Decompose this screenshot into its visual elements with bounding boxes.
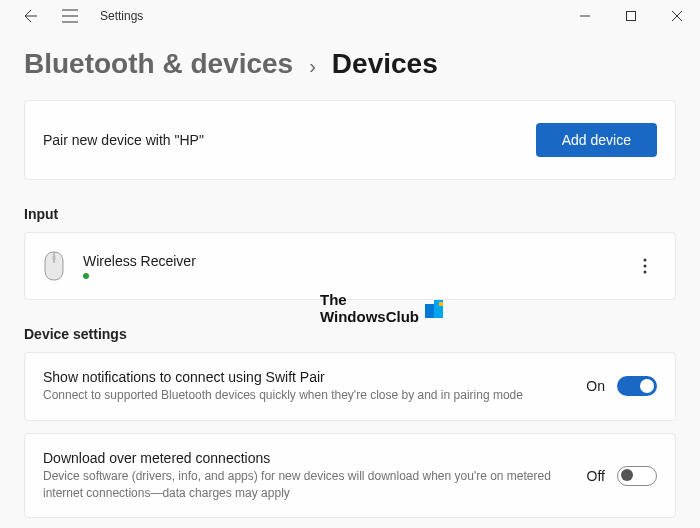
mouse-icon <box>43 251 65 281</box>
status-indicator <box>83 273 89 279</box>
toggle-group: Off <box>587 466 657 486</box>
setting-desc: Device software (drivers, info, and apps… <box>43 468 567 502</box>
toggle-group: On <box>586 376 657 396</box>
setting-text: Show notifications to connect using Swif… <box>43 369 586 404</box>
section-label-device-settings: Device settings <box>24 326 676 342</box>
hamburger-menu-icon[interactable] <box>60 6 80 26</box>
minimize-button[interactable] <box>562 0 608 32</box>
pair-device-text: Pair new device with "HP" <box>43 132 204 148</box>
breadcrumb: Bluetooth & devices › Devices <box>24 48 676 80</box>
window-controls <box>562 0 700 32</box>
app-title: Settings <box>100 9 143 23</box>
back-button[interactable] <box>20 6 40 26</box>
setting-text: Download over metered connections Device… <box>43 450 587 502</box>
maximize-button[interactable] <box>608 0 654 32</box>
svg-point-4 <box>644 271 647 274</box>
breadcrumb-current: Devices <box>332 48 438 80</box>
device-more-button[interactable] <box>633 254 657 278</box>
svg-point-2 <box>644 259 647 262</box>
add-device-button[interactable]: Add device <box>536 123 657 157</box>
titlebar-left: Settings <box>0 6 143 26</box>
section-label-input: Input <box>24 206 676 222</box>
breadcrumb-separator: › <box>309 55 316 78</box>
metered-toggle[interactable] <box>617 466 657 486</box>
device-name: Wireless Receiver <box>83 253 196 269</box>
svg-point-3 <box>644 265 647 268</box>
device-info: Wireless Receiver <box>83 253 196 279</box>
toggle-label: On <box>586 378 605 394</box>
close-button[interactable] <box>654 0 700 32</box>
toggle-label: Off <box>587 468 605 484</box>
pair-device-card: Pair new device with "HP" Add device <box>24 100 676 180</box>
metered-setting: Download over metered connections Device… <box>24 433 676 519</box>
breadcrumb-parent[interactable]: Bluetooth & devices <box>24 48 293 80</box>
swift-pair-setting: Show notifications to connect using Swif… <box>24 352 676 421</box>
svg-rect-1 <box>53 255 56 261</box>
device-card[interactable]: Wireless Receiver <box>24 232 676 300</box>
swift-pair-toggle[interactable] <box>617 376 657 396</box>
setting-title: Show notifications to connect using Swif… <box>43 369 566 385</box>
svg-rect-0 <box>627 12 636 21</box>
setting-title: Download over metered connections <box>43 450 567 466</box>
titlebar: Settings <box>0 0 700 32</box>
setting-desc: Connect to supported Bluetooth devices q… <box>43 387 566 404</box>
content-area: Bluetooth & devices › Devices Pair new d… <box>0 48 700 518</box>
